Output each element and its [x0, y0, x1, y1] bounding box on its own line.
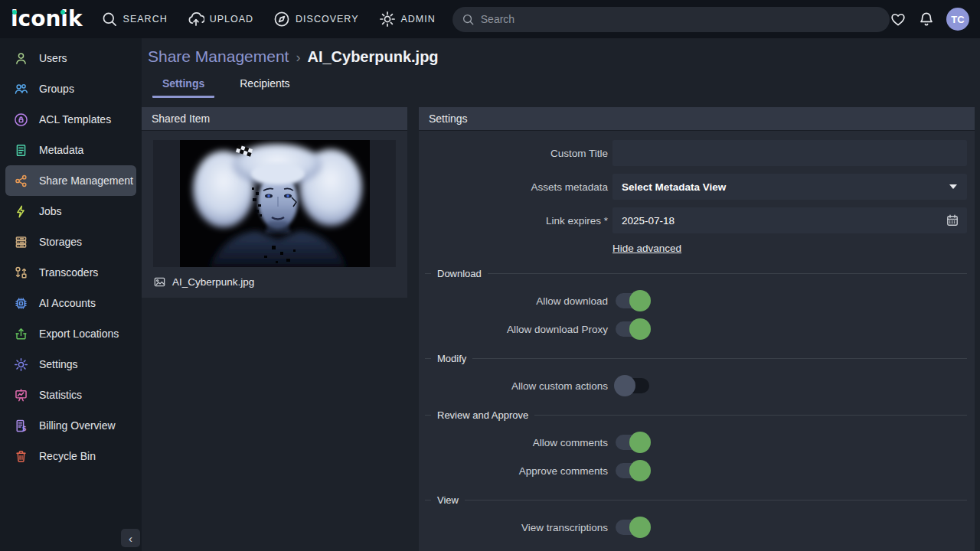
sidebar-item-storages[interactable]: Storages: [5, 227, 136, 257]
link-expires-input[interactable]: 2025-07-18: [612, 207, 967, 233]
nav-admin[interactable]: ADMIN: [379, 11, 436, 28]
allow-download-toggle[interactable]: [616, 293, 649, 308]
sidebar-item-label: ACL Templates: [39, 113, 111, 126]
nav-label: SEARCH: [123, 14, 168, 24]
view-transcriptions-label: View transcriptions: [425, 522, 608, 533]
allow-download-proxy-toggle[interactable]: [616, 321, 649, 337]
section-divider-view: View: [425, 494, 967, 506]
search-icon: [101, 11, 118, 28]
section-divider-review-approve: Review and Approve: [425, 409, 967, 421]
breadcrumb: Share Management › AI_Cyberpunk.jpg: [142, 38, 980, 66]
discovery-icon: [273, 11, 290, 28]
nav-label: UPLOAD: [210, 14, 253, 24]
sidebar-item-transcoders[interactable]: Transcoders: [5, 257, 136, 288]
shared-file-row: AI_Cyberpunk.jpg: [153, 276, 396, 289]
view-transcriptions-toggle[interactable]: [616, 520, 649, 535]
sidebar-item-label: Statistics: [39, 389, 82, 401]
sidebar-item-share-management[interactable]: Share Management: [5, 165, 136, 196]
global-search: [452, 7, 890, 32]
heart-icon[interactable]: [890, 11, 906, 28]
section-divider-download: Download: [425, 268, 967, 279]
allow-comments-toggle[interactable]: [616, 435, 649, 450]
sidebar-item-ai-accounts[interactable]: AI Accounts: [5, 288, 136, 318]
shared-item-panel-header: Shared Item: [142, 107, 407, 131]
settings-panel-header: Settings: [419, 107, 975, 131]
user-icon: [14, 51, 28, 66]
assets-metadata-label: Assets metadata: [425, 181, 608, 193]
nav-discovery[interactable]: DISCOVERY: [273, 11, 358, 28]
search-icon: [462, 13, 475, 26]
bell-icon[interactable]: [918, 11, 935, 28]
logo-text: iconik: [11, 6, 83, 31]
sidebar-item-metadata[interactable]: Metadata: [5, 135, 136, 165]
nav-upload[interactable]: UPLOAD: [188, 11, 253, 28]
main-content: Share Management › AI_Cyberpunk.jpg Sett…: [142, 38, 980, 551]
server-icon: [14, 235, 28, 249]
sidebar-item-acl-templates[interactable]: ACL Templates: [5, 104, 136, 135]
approve-comments-toggle[interactable]: [616, 463, 649, 478]
iconik-logo[interactable]: iconik: [8, 0, 86, 38]
search-input[interactable]: [481, 13, 880, 25]
sidebar-item-label: Jobs: [39, 205, 62, 217]
hide-advanced-link[interactable]: Hide advanced: [612, 243, 681, 254]
sidebar-item-users[interactable]: Users: [5, 43, 136, 73]
sidebar-item-export-locations[interactable]: Export Locations: [5, 318, 136, 349]
sidebar-item-jobs[interactable]: Jobs: [5, 196, 136, 227]
allow-custom-actions-toggle[interactable]: [616, 378, 649, 393]
breadcrumb-parent-link[interactable]: Share Management: [148, 47, 289, 66]
custom-title-label: Custom Title: [425, 148, 608, 159]
page-title: AI_Cyberpunk.jpg: [307, 48, 438, 66]
sidebar-item-label: AI Accounts: [39, 297, 96, 309]
sidebar-item-settings[interactable]: Settings: [5, 349, 136, 380]
export-box-icon: [14, 327, 28, 341]
tab-settings[interactable]: Settings: [152, 73, 214, 98]
chart-board-icon: [14, 388, 28, 403]
breadcrumb-separator: ›: [296, 50, 300, 66]
sidebar-item-label: Groups: [39, 83, 74, 95]
sidebar-item-label: Users: [39, 52, 67, 64]
gear-icon: [14, 357, 28, 372]
chevron-down-icon: [949, 184, 957, 189]
avatar[interactable]: TC: [946, 8, 969, 31]
assets-metadata-select[interactable]: Select Metadata View: [612, 174, 967, 200]
nav-label: DISCOVERY: [296, 14, 358, 24]
sidebar-item-groups[interactable]: Groups: [5, 73, 136, 104]
asset-thumbnail[interactable]: [153, 140, 396, 267]
allow-comments-label: Allow comments: [425, 437, 608, 448]
sidebar-collapse-button[interactable]: ‹: [121, 529, 140, 547]
tab-bar: Settings Recipients: [142, 73, 980, 98]
tab-recipients[interactable]: Recipients: [230, 73, 299, 98]
logo-dot-icon: [12, 10, 17, 15]
trash-icon: [14, 449, 28, 464]
billing-icon: $: [14, 419, 28, 433]
toggle-knob: [614, 375, 635, 396]
lock-circle-icon: [14, 112, 28, 127]
share-icon: [14, 174, 28, 188]
toggle-knob: [629, 290, 651, 311]
shared-item-panel: Shared Item: [142, 107, 407, 298]
calendar-icon[interactable]: [946, 214, 959, 227]
chip-icon: [14, 296, 28, 311]
custom-title-input[interactable]: [612, 140, 967, 166]
select-value: Select Metadata View: [622, 181, 726, 193]
lightning-icon: [14, 204, 28, 219]
transcode-icon: [14, 266, 28, 280]
toggle-knob: [629, 460, 651, 481]
link-expires-label: Link expires *: [425, 215, 608, 227]
sidebar-item-billing-overview[interactable]: $ Billing Overview: [5, 410, 136, 441]
topbar-right: TC: [890, 8, 969, 31]
sidebar-item-recycle-bin[interactable]: Recycle Bin: [5, 441, 136, 471]
sidebar-item-label: Transcoders: [39, 266, 98, 279]
admin-sidebar: Users Groups ACL Templates Metadata Shar…: [0, 38, 142, 551]
sidebar-item-statistics[interactable]: Statistics: [5, 380, 136, 410]
shared-file-name: AI_Cyberpunk.jpg: [172, 276, 254, 288]
section-divider-modify: Modify: [425, 353, 967, 364]
sidebar-item-label: Settings: [39, 358, 78, 370]
top-navigation: SEARCH UPLOAD DISCOVERY ADMIN: [101, 11, 436, 28]
toggle-knob: [629, 432, 651, 453]
nav-search[interactable]: SEARCH: [101, 11, 168, 28]
settings-panel: Settings Custom Title Assets metadata Se…: [419, 107, 975, 551]
approve-comments-label: Approve comments: [425, 465, 608, 477]
sidebar-item-label: Metadata: [39, 144, 83, 156]
sidebar-item-label: Export Locations: [39, 328, 119, 340]
